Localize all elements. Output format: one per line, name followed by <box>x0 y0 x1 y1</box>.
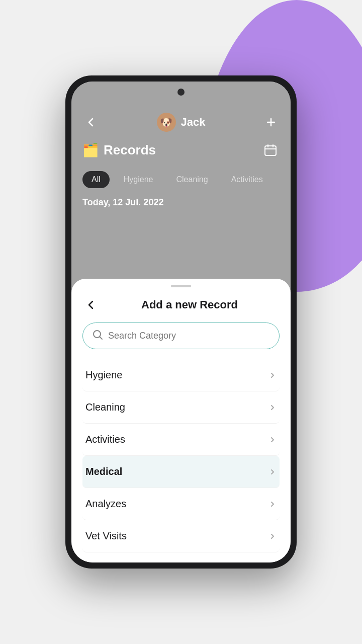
records-section: 🗂️ Records <box>71 137 291 165</box>
folder-icon: 🗂️ <box>82 142 99 158</box>
category-hygiene[interactable]: Hygiene <box>82 359 280 391</box>
date-label: Today, 12 Jul. 2022 <box>71 192 291 212</box>
sheet-header: Add a new Record <box>71 291 291 323</box>
add-button[interactable] <box>262 114 280 131</box>
category-cleaning[interactable]: Cleaning <box>82 391 280 424</box>
search-box[interactable] <box>82 323 280 349</box>
category-medical[interactable]: Medical <box>82 456 280 488</box>
category-activities[interactable]: Activities <box>82 424 280 456</box>
phone-screen: 🐶 Jack 🗂️ Records <box>71 82 291 562</box>
calendar-button[interactable] <box>261 141 280 159</box>
records-header: 🗂️ Records <box>82 141 280 159</box>
phone-shell: 🐶 Jack 🗂️ Records <box>65 75 297 569</box>
records-title: Records <box>104 142 156 158</box>
pet-avatar: 🐶 <box>157 113 176 132</box>
svg-rect-0 <box>265 146 276 155</box>
chip-activities[interactable]: Activities <box>222 171 272 188</box>
sheet-title: Add a new Record <box>100 298 280 311</box>
records-title-row: 🗂️ Records <box>82 142 156 158</box>
sheet-back-button[interactable] <box>82 296 100 313</box>
category-vet-visits[interactable]: Vet Visits <box>82 520 280 552</box>
background-screen: 🐶 Jack 🗂️ Records <box>71 82 291 562</box>
category-list: Hygiene Cleaning Activities <box>71 359 291 552</box>
back-button[interactable] <box>82 114 100 131</box>
chip-hygiene[interactable]: Hygiene <box>115 171 162 188</box>
sheet-handle <box>171 285 191 287</box>
top-nav: 🐶 Jack <box>71 107 291 137</box>
search-input[interactable] <box>108 331 270 341</box>
search-icon <box>92 329 103 343</box>
camera-dot <box>177 89 185 96</box>
pet-name: Jack <box>181 116 206 129</box>
category-analyzes[interactable]: Analyzes <box>82 488 280 520</box>
bottom-sheet: Add a new Record Hygiene <box>71 279 291 562</box>
nav-title: 🐶 Jack <box>157 113 206 132</box>
chip-cleaning[interactable]: Cleaning <box>167 171 217 188</box>
chip-all[interactable]: All <box>82 171 110 188</box>
filter-chips: All Hygiene Cleaning Activities <box>71 165 291 192</box>
